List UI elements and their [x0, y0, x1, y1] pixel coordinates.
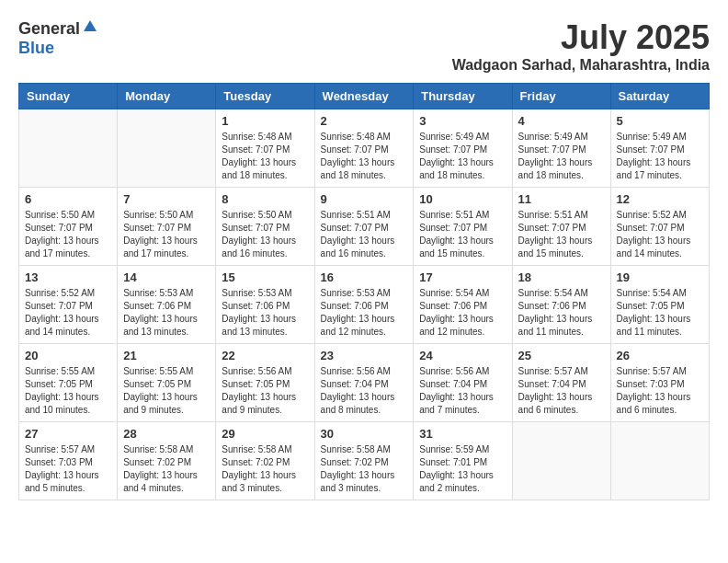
day-info: Sunrise: 5:53 AM Sunset: 7:06 PM Dayligh… — [321, 287, 408, 339]
calendar-header-friday: Friday — [512, 84, 610, 109]
day-info: Sunrise: 5:59 AM Sunset: 7:01 PM Dayligh… — [419, 443, 506, 495]
day-info: Sunrise: 5:52 AM Sunset: 7:07 PM Dayligh… — [617, 209, 703, 260]
day-info: Sunrise: 5:51 AM Sunset: 7:07 PM Dayligh… — [321, 209, 408, 260]
calendar-cell: 9Sunrise: 5:51 AM Sunset: 7:07 PM Daylig… — [314, 188, 414, 266]
calendar-header-sunday: Sunday — [19, 84, 118, 109]
calendar-header-saturday: Saturday — [610, 84, 709, 109]
day-info: Sunrise: 5:57 AM Sunset: 7:04 PM Dayligh… — [518, 365, 605, 417]
day-number: 23 — [321, 349, 408, 362]
calendar-cell: 5Sunrise: 5:49 AM Sunset: 7:07 PM Daylig… — [610, 109, 709, 188]
day-info: Sunrise: 5:51 AM Sunset: 7:07 PM Dayligh… — [419, 209, 506, 260]
day-info: Sunrise: 5:48 AM Sunset: 7:07 PM Dayligh… — [222, 131, 308, 182]
day-number: 22 — [222, 349, 308, 362]
day-number: 10 — [419, 192, 506, 206]
day-number: 16 — [321, 270, 408, 284]
calendar-cell: 29Sunrise: 5:58 AM Sunset: 7:02 PM Dayli… — [216, 422, 314, 500]
calendar-header-monday: Monday — [118, 84, 216, 109]
day-number: 26 — [617, 349, 703, 362]
calendar-header-tuesday: Tuesday — [216, 84, 314, 109]
calendar-cell: 15Sunrise: 5:53 AM Sunset: 7:06 PM Dayli… — [216, 266, 314, 344]
calendar-cell: 22Sunrise: 5:56 AM Sunset: 7:05 PM Dayli… — [216, 344, 314, 422]
day-number: 20 — [25, 349, 111, 362]
day-number: 24 — [419, 349, 506, 362]
day-number: 2 — [321, 114, 408, 128]
day-number: 29 — [222, 427, 308, 441]
day-info: Sunrise: 5:56 AM Sunset: 7:04 PM Dayligh… — [321, 365, 408, 417]
day-info: Sunrise: 5:57 AM Sunset: 7:03 PM Dayligh… — [25, 443, 111, 495]
calendar-table: SundayMondayTuesdayWednesdayThursdayFrid… — [18, 83, 710, 500]
calendar-cell — [610, 422, 709, 500]
calendar-cell: 6Sunrise: 5:50 AM Sunset: 7:07 PM Daylig… — [19, 188, 118, 266]
day-info: Sunrise: 5:53 AM Sunset: 7:06 PM Dayligh… — [222, 287, 308, 339]
logo-general-text: General — [18, 19, 80, 39]
day-number: 9 — [321, 192, 408, 206]
day-number: 30 — [321, 427, 408, 441]
week-row-2: 6Sunrise: 5:50 AM Sunset: 7:07 PM Daylig… — [19, 188, 710, 266]
day-number: 1 — [222, 114, 308, 128]
calendar-cell — [19, 109, 118, 188]
calendar-cell: 25Sunrise: 5:57 AM Sunset: 7:04 PM Dayli… — [512, 344, 610, 422]
day-number: 25 — [518, 349, 605, 362]
day-number: 31 — [419, 427, 506, 441]
calendar-cell: 4Sunrise: 5:49 AM Sunset: 7:07 PM Daylig… — [512, 109, 610, 188]
day-number: 28 — [123, 427, 210, 441]
calendar-cell: 27Sunrise: 5:57 AM Sunset: 7:03 PM Dayli… — [19, 422, 118, 500]
day-number: 7 — [123, 192, 210, 206]
calendar-cell: 21Sunrise: 5:55 AM Sunset: 7:05 PM Dayli… — [118, 344, 216, 422]
day-number: 18 — [518, 270, 605, 284]
day-info: Sunrise: 5:49 AM Sunset: 7:07 PM Dayligh… — [419, 131, 506, 182]
day-info: Sunrise: 5:56 AM Sunset: 7:05 PM Dayligh… — [222, 365, 308, 417]
day-number: 27 — [25, 427, 111, 441]
calendar-cell: 17Sunrise: 5:54 AM Sunset: 7:06 PM Dayli… — [414, 266, 512, 344]
day-info: Sunrise: 5:54 AM Sunset: 7:06 PM Dayligh… — [419, 287, 506, 339]
day-number: 19 — [617, 270, 703, 284]
day-number: 14 — [123, 270, 210, 284]
day-info: Sunrise: 5:55 AM Sunset: 7:05 PM Dayligh… — [123, 365, 210, 417]
calendar-cell: 8Sunrise: 5:50 AM Sunset: 7:07 PM Daylig… — [216, 188, 314, 266]
calendar-cell — [512, 422, 610, 500]
day-number: 15 — [222, 270, 308, 284]
day-info: Sunrise: 5:58 AM Sunset: 7:02 PM Dayligh… — [123, 443, 210, 495]
calendar-title: July 2025 Wadgaon Sarhad, Maharashtra, I… — [452, 18, 710, 74]
day-info: Sunrise: 5:49 AM Sunset: 7:07 PM Dayligh… — [518, 131, 605, 182]
day-info: Sunrise: 5:58 AM Sunset: 7:02 PM Dayligh… — [321, 443, 408, 495]
week-row-1: 1Sunrise: 5:48 AM Sunset: 7:07 PM Daylig… — [19, 109, 710, 188]
page-header: General Blue July 2025 Wadgaon Sarhad, M… — [18, 18, 710, 74]
day-number: 6 — [25, 192, 111, 206]
day-info: Sunrise: 5:48 AM Sunset: 7:07 PM Dayligh… — [321, 131, 408, 182]
day-info: Sunrise: 5:51 AM Sunset: 7:07 PM Dayligh… — [518, 209, 605, 260]
calendar-cell: 10Sunrise: 5:51 AM Sunset: 7:07 PM Dayli… — [414, 188, 512, 266]
calendar-cell: 26Sunrise: 5:57 AM Sunset: 7:03 PM Dayli… — [610, 344, 709, 422]
month-year: July 2025 — [452, 18, 710, 57]
calendar-cell: 23Sunrise: 5:56 AM Sunset: 7:04 PM Dayli… — [314, 344, 414, 422]
day-number: 8 — [222, 192, 308, 206]
calendar-header-row: SundayMondayTuesdayWednesdayThursdayFrid… — [19, 84, 710, 109]
svg-marker-0 — [84, 20, 97, 31]
day-info: Sunrise: 5:50 AM Sunset: 7:07 PM Dayligh… — [123, 209, 210, 260]
calendar-header-wednesday: Wednesday — [314, 84, 414, 109]
calendar-cell: 12Sunrise: 5:52 AM Sunset: 7:07 PM Dayli… — [610, 188, 709, 266]
week-row-3: 13Sunrise: 5:52 AM Sunset: 7:07 PM Dayli… — [19, 266, 710, 344]
day-number: 4 — [518, 114, 605, 128]
day-number: 11 — [518, 192, 605, 206]
calendar-cell: 7Sunrise: 5:50 AM Sunset: 7:07 PM Daylig… — [118, 188, 216, 266]
calendar-cell: 20Sunrise: 5:55 AM Sunset: 7:05 PM Dayli… — [19, 344, 118, 422]
day-info: Sunrise: 5:50 AM Sunset: 7:07 PM Dayligh… — [222, 209, 308, 260]
week-row-4: 20Sunrise: 5:55 AM Sunset: 7:05 PM Dayli… — [19, 344, 710, 422]
calendar-cell: 24Sunrise: 5:56 AM Sunset: 7:04 PM Dayli… — [414, 344, 512, 422]
day-number: 13 — [25, 270, 111, 284]
logo-icon — [82, 18, 98, 39]
day-info: Sunrise: 5:56 AM Sunset: 7:04 PM Dayligh… — [419, 365, 506, 417]
calendar-cell: 18Sunrise: 5:54 AM Sunset: 7:06 PM Dayli… — [512, 266, 610, 344]
day-number: 17 — [419, 270, 506, 284]
day-number: 3 — [419, 114, 506, 128]
calendar-cell: 28Sunrise: 5:58 AM Sunset: 7:02 PM Dayli… — [118, 422, 216, 500]
day-info: Sunrise: 5:54 AM Sunset: 7:05 PM Dayligh… — [617, 287, 703, 339]
day-number: 21 — [123, 349, 210, 362]
day-info: Sunrise: 5:58 AM Sunset: 7:02 PM Dayligh… — [222, 443, 308, 495]
calendar-cell: 3Sunrise: 5:49 AM Sunset: 7:07 PM Daylig… — [414, 109, 512, 188]
day-info: Sunrise: 5:55 AM Sunset: 7:05 PM Dayligh… — [25, 365, 111, 417]
location: Wadgaon Sarhad, Maharashtra, India — [452, 57, 710, 74]
calendar-cell: 30Sunrise: 5:58 AM Sunset: 7:02 PM Dayli… — [314, 422, 414, 500]
day-info: Sunrise: 5:53 AM Sunset: 7:06 PM Dayligh… — [123, 287, 210, 339]
